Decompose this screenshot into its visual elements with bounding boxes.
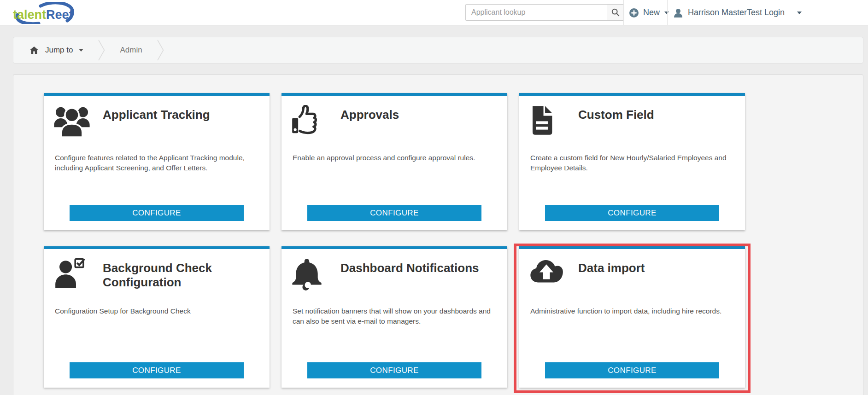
card-title: Approvals [340,108,399,122]
search-icon [611,8,620,17]
card-title: Custom Field [578,108,654,122]
admin-card-custom-field: Custom Field Create a custom field for N… [519,93,745,230]
breadcrumb: Jump to Admin [13,37,863,64]
card-description: Create a custom field for New Hourly/Sal… [530,153,731,174]
users-group-icon [54,105,93,137]
card-description: Configuration Setup for Background Check [55,306,256,316]
chevron-down-icon [79,49,83,52]
header-divider [623,0,624,25]
card-title: Background Check Configuration [103,261,258,290]
configure-button[interactable]: CONFIGURE [545,362,719,378]
person-check-icon [54,258,93,289]
thumbs-up-icon [292,105,330,135]
new-label: New [643,8,660,17]
admin-card-dashboard-notifications: Dashboard Notifications Set notification… [282,246,507,388]
home-icon [30,46,38,54]
header-divider [667,0,668,25]
configure-button[interactable]: CONFIGURE [545,205,719,221]
card-description: Enable an approval process and configure… [293,153,493,163]
admin-card-background-check-configuration: Background Check Configuration Configura… [44,246,270,388]
configure-button[interactable]: CONFIGURE [307,362,481,378]
configure-button[interactable]: CONFIGURE [70,205,244,221]
card-description: Set notification banners that will show … [293,306,493,327]
plus-circle-icon [629,8,639,17]
logo-talent-text: talent [13,8,46,22]
person-icon [674,8,683,17]
cards-grid: Applicant Tracking Configure features re… [13,75,863,388]
talentreef-logo: talent Reef [12,2,81,24]
jump-to-label: Jump to [45,46,73,55]
top-header: talent Reef New Harrison MasterTest Logi… [0,0,868,25]
document-icon [529,105,568,135]
user-menu-button[interactable]: Harrison MasterTest Login [674,0,802,25]
admin-card-approvals: Approvals Enable an approval process and… [282,93,507,230]
configure-button[interactable]: CONFIGURE [307,205,481,221]
bell-icon [292,258,330,290]
configure-button[interactable]: CONFIGURE [70,362,244,378]
jump-to-dropdown[interactable]: Jump to [30,46,83,55]
user-name-label: Harrison MasterTest Login [688,8,785,17]
card-description: Configure features related to the Applic… [55,153,256,174]
applicant-lookup-input[interactable] [465,4,607,21]
breadcrumb-item-admin: Admin [120,46,142,55]
breadcrumb-separator [157,40,164,61]
card-title: Dashboard Notifications [340,261,479,275]
card-title: Applicant Tracking [103,108,210,122]
admin-card-applicant-tracking: Applicant Tracking Configure features re… [44,93,270,230]
card-title: Data import [578,261,645,275]
breadcrumb-separator [98,40,105,61]
admin-card-data-import: Data import Administrative function to i… [519,246,745,388]
chevron-down-icon [797,12,802,14]
card-description: Administrative function to import data, … [530,306,731,316]
new-menu-button[interactable]: New [629,0,669,25]
cloud-upload-icon [529,258,568,283]
search-button[interactable] [607,4,624,21]
logo-reef-text: Reef [46,8,74,22]
admin-panel: Applicant Tracking Configure features re… [13,74,863,395]
applicant-lookup-group [465,4,624,21]
